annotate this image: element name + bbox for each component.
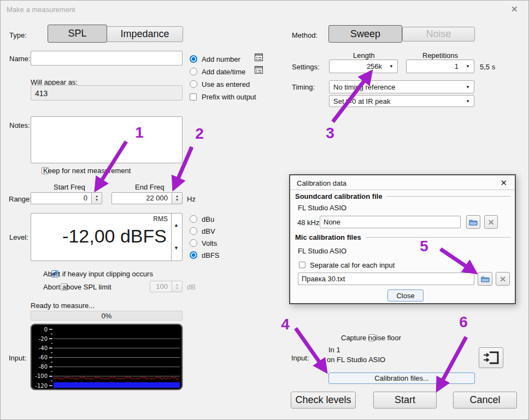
mic-clear-button[interactable]: ✕ [496,272,510,286]
unit-dbu-label: dBu [202,215,214,223]
spin-down-icon: ▼ [174,245,179,251]
add-number-radio[interactable] [190,55,197,63]
spin-up-icon: ▲ [175,194,179,198]
method-noise-button[interactable]: Noise [402,27,475,42]
calibration-files-button[interactable]: Calibration files... [328,372,475,384]
soundcard-heading: Soundcard calibration file [295,192,383,200]
end-freq-spinner[interactable]: ▲ ▼ [172,192,183,204]
chevron-down-icon: ▼ [466,85,470,90]
heading-rule [366,237,510,238]
abort-spl-label: Abort above SPL limit [43,283,111,291]
method-sweep-button[interactable]: Sweep [328,25,402,43]
name-input[interactable] [31,51,183,66]
svg-text:-120: -120 [35,383,48,389]
type-impedance-label: Impedance [120,28,169,40]
calibration-close-button[interactable]: Close [387,289,424,301]
unit-dbv-label: dBV [202,227,215,235]
capture-noise-floor-label: Capture noise floor [341,334,401,342]
timing-reference-dropdown[interactable]: No timing reference ▼ [329,80,474,93]
repetitions-dropdown[interactable]: 1 ▼ [406,60,474,73]
spl-limit-input[interactable]: 100 [150,281,172,292]
cancel-button[interactable]: Cancel [453,392,517,409]
spin-down-icon: ▼ [95,198,98,202]
type-spl-button[interactable]: SPL [48,25,107,43]
folder-icon [469,219,478,226]
level-label: Level: [9,233,28,241]
mic-heading-row: Mic calibration files [295,233,510,241]
timing-t0-dropdown[interactable]: Set t=0 at IR peak ▼ [329,95,474,107]
mic-browse-button[interactable] [478,272,492,286]
calibration-files-label: Calibration files... [374,374,429,382]
calibration-close-label: Close [396,292,414,300]
input-device-text: on FL Studio ASIO [327,356,385,364]
unit-volts-radio[interactable] [190,239,197,247]
close-icon[interactable]: ✕ [511,4,518,14]
add-datetime-label: Add date/time [202,68,245,76]
soundcard-heading-row: Soundcard calibration file [295,192,510,200]
start-freq-spinner[interactable]: ▲ ▼ [92,192,102,204]
clear-icon: ✕ [488,218,495,227]
unit-dbfs-radio[interactable] [190,251,197,259]
level-display[interactable]: RMS -12,00 dBFS ▲ ▼ [31,213,183,261]
prefix-with-output-checkbox[interactable] [190,93,197,100]
annotation-digit-4: 4 [281,316,290,333]
repetitions-label: Repetitions [422,51,458,60]
soundcard-browse-button[interactable] [466,215,480,229]
svg-text:-80: -80 [39,364,48,370]
spl-unit-label: dB [187,283,196,291]
level-spinner[interactable]: ▲ ▼ [171,214,182,261]
type-impedance-button[interactable]: Impedance [107,26,183,42]
check-levels-button[interactable]: Check levels [291,392,356,409]
start-button[interactable]: Start [373,392,437,409]
status-text: Ready to measure... [31,301,95,310]
number-format-icon[interactable] [255,54,263,61]
spin-up-icon: ▲ [95,194,98,198]
start-label: Start [395,394,415,406]
start-freq-label: Start Freq [54,183,85,191]
chevron-down-icon: ▼ [466,99,470,104]
input-level-meter-plot: 0-20-40-60-80-100-120 [32,325,181,389]
spin-up-icon: ▲ [174,222,179,228]
soundcard-cal-file-field[interactable]: None [320,216,461,228]
spin-down-icon: ▼ [175,287,179,291]
duration-text: 5,5 s [480,63,495,71]
make-a-measurement-window: Make a measurement ✕ Type: SPL Impedance… [0,0,529,420]
dialog-title-divider [290,190,515,190]
unit-dbu-radio[interactable] [190,215,197,223]
soundcard-clear-button[interactable]: ✕ [484,215,498,229]
name-label: Name: [9,55,30,63]
notes-input[interactable] [31,116,183,163]
input-level-meter: 0-20-40-60-80-100-120 [31,324,183,390]
datetime-format-icon[interactable] [255,66,263,74]
use-as-entered-radio[interactable] [190,80,197,88]
length-value: 256k [333,62,386,70]
mic-cal-file-field[interactable]: Правка 30.txt [298,273,474,285]
range-unit-label: Hz [187,195,196,203]
separate-cal-checkbox[interactable] [299,262,305,268]
calibration-data-dialog: Calibration data ✕ Soundcard calibration… [289,174,516,304]
will-appear-value: 413 [31,85,183,100]
repetitions-value: 1 [410,62,463,70]
svg-text:-60: -60 [39,354,48,360]
length-label: Length [353,51,375,60]
spl-limit-spinner[interactable]: ▲ ▼ [172,281,183,292]
svg-text:-40: -40 [39,345,48,351]
length-dropdown[interactable]: 256k ▼ [329,60,398,73]
cancel-label: Cancel [469,394,500,406]
svg-text:0: 0 [44,327,48,333]
range-label: Range: [9,195,32,203]
calibration-dialog-close-icon[interactable]: ✕ [500,178,507,188]
unit-dbv-radio[interactable] [190,227,197,235]
spin-up-icon: ▲ [175,283,179,287]
add-datetime-radio[interactable] [190,68,197,75]
end-freq-input[interactable]: 22 000 [111,192,172,204]
input-channel-text: In 1 [328,346,340,354]
unit-volts-label: Volts [202,239,217,247]
clear-icon: ✕ [499,275,506,283]
type-label: Type: [9,31,27,39]
level-value: -12,00 dBFS [62,226,167,247]
start-freq-input[interactable]: 0 [31,192,92,204]
settings-label: Settings: [292,63,320,71]
abort-clipping-label: Abort if heavy input clipping occurs [43,270,153,278]
input-select-button[interactable] [479,347,503,368]
